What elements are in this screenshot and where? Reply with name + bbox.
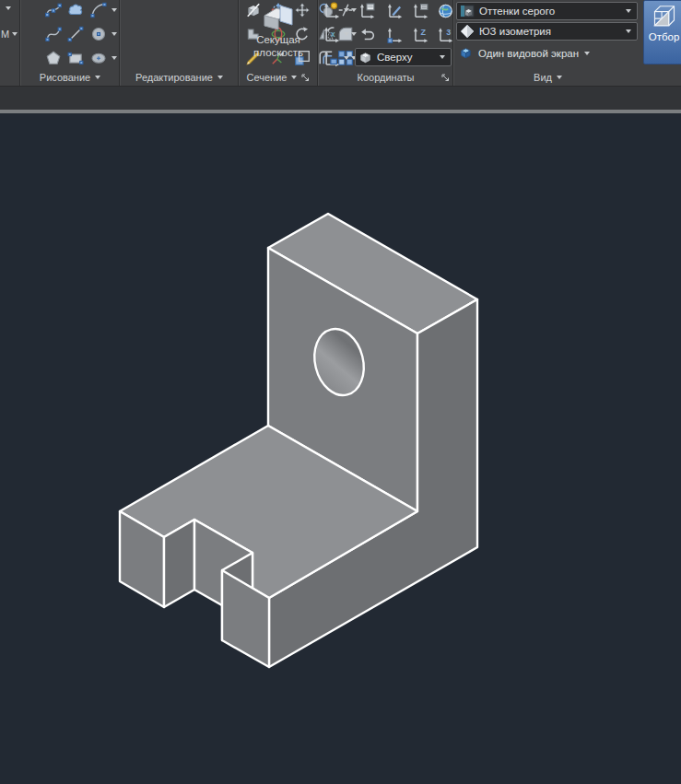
named-view-value: Сверху [377, 52, 436, 63]
ucs-view-icon[interactable] [386, 3, 403, 19]
ucs-previous-icon[interactable] [358, 27, 375, 43]
chevron-down-icon [95, 76, 100, 79]
polyline-icon[interactable] [45, 2, 62, 18]
model-viewport [0, 113, 681, 784]
ucs-x-icon[interactable]: x [323, 26, 340, 43]
visual-style-value: Оттенки серого [479, 6, 622, 17]
panel-label-view[interactable]: Вид [453, 70, 642, 85]
svg-text:Z: Z [421, 28, 427, 37]
partial-label: М [1, 29, 9, 40]
chevron-down-icon[interactable] [344, 8, 349, 12]
ucs-zaxis-icon[interactable]: Z [412, 27, 429, 43]
ucs-icon-props-icon[interactable] [323, 50, 340, 67]
viewport-config-label: Один видовой экран [478, 48, 579, 59]
panel-coords: x [318, 0, 453, 86]
visual-style-combo[interactable]: Оттенки серого [456, 2, 638, 20]
panel-draw: Рисование [20, 0, 120, 86]
spline-icon[interactable] [45, 26, 62, 42]
line-icon[interactable] [67, 26, 84, 42]
view-orientation-combo[interactable]: ЮЗ изометрия [456, 22, 638, 41]
dialog-launcher-icon[interactable] [301, 74, 310, 82]
chevron-down-icon[interactable] [6, 6, 11, 10]
circle-icon[interactable] [90, 26, 107, 42]
section-plane-icon [260, 2, 297, 33]
arc-icon[interactable] [90, 2, 107, 18]
chevron-down-icon [291, 76, 297, 79]
polygon-icon[interactable] [45, 50, 62, 66]
ellipse-icon[interactable] [90, 50, 107, 66]
visual-style-icon [460, 4, 475, 18]
panel-label-coords[interactable]: Координаты [318, 70, 453, 85]
rectangle-icon[interactable] [67, 50, 84, 66]
chevron-down-icon [626, 9, 631, 13]
viewport-config-button[interactable]: Один видовой экран [459, 46, 590, 60]
ucs-world-icon[interactable] [437, 3, 453, 19]
panel-selection[interactable]: Отбор [643, 0, 681, 64]
panel-partial: М [0, 0, 20, 86]
selection-label: Отбор [649, 31, 680, 42]
viewport-cube-icon [459, 46, 473, 60]
chevron-down-icon [584, 52, 590, 55]
section-plane-button[interactable]: Секущая плоскость [239, 2, 318, 59]
section-button-line2: плоскость [253, 46, 303, 59]
isometric-view-icon [460, 24, 475, 39]
revision-cloud-icon[interactable] [67, 2, 84, 18]
panel-view: Оттенки серого ЮЗ изометрия Один видовой… [453, 0, 642, 86]
chevron-down-icon[interactable] [344, 56, 349, 60]
ucs-3point-icon[interactable]: 3 [437, 27, 453, 43]
ribbon: М [0, 0, 681, 87]
panel-label-draw[interactable]: Рисование [20, 70, 120, 85]
drawing-canvas[interactable] [0, 113, 681, 784]
section-button-line1: Секущая [256, 33, 300, 46]
panel-label-edit[interactable]: Редактирование [120, 70, 239, 85]
chevron-down-icon [557, 76, 562, 79]
chevron-down-icon [626, 29, 631, 33]
chevron-down-icon [217, 76, 223, 79]
ucs-named-icon[interactable] [323, 2, 340, 19]
panel-section: Секущая плоскость Сечение [239, 0, 318, 86]
panel-label-section[interactable]: Сечение [239, 70, 318, 85]
ucs-dialog-icon[interactable] [358, 3, 375, 19]
view-orientation-value: ЮЗ изометрия [479, 26, 622, 37]
ucs-object-icon[interactable] [412, 3, 429, 19]
bracket-solid[interactable] [120, 214, 477, 667]
chevron-down-icon[interactable] [112, 32, 117, 36]
ucs-origin-icon[interactable] [386, 27, 403, 43]
selection-cube-icon [652, 4, 677, 31]
chevron-down-icon[interactable] [12, 32, 18, 36]
chevron-down-icon[interactable] [112, 8, 117, 12]
file-tab-bar [0, 87, 681, 110]
chevron-down-icon[interactable] [112, 56, 117, 60]
chevron-down-icon[interactable] [344, 32, 349, 36]
chevron-down-icon [440, 55, 445, 59]
application-window: М [0, 0, 681, 784]
svg-text:x: x [331, 29, 335, 39]
panel-edit: Редактирование [120, 0, 239, 86]
view-cube-icon [358, 51, 372, 64]
svg-text:3: 3 [446, 28, 451, 37]
dialog-launcher-icon[interactable] [441, 74, 450, 82]
named-view-combo[interactable]: Сверху [355, 48, 452, 66]
